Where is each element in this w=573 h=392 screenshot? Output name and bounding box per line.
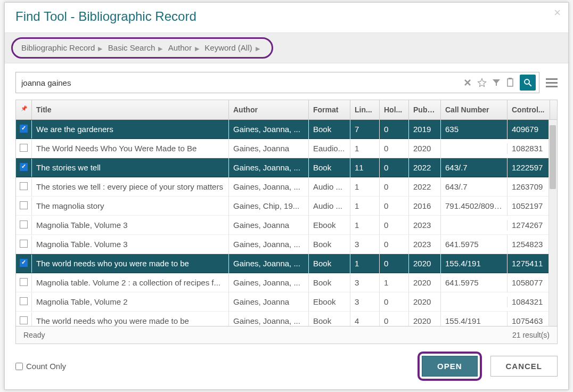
row-checkbox[interactable] bbox=[20, 259, 28, 267]
count-only-option[interactable]: Count Only bbox=[15, 362, 66, 371]
row-checkbox-cell[interactable] bbox=[16, 197, 32, 215]
chevron-right-icon: ▶ bbox=[158, 45, 162, 52]
crumb-author[interactable]: Author bbox=[168, 43, 192, 52]
cell-holds: 0 bbox=[380, 292, 409, 312]
clear-icon[interactable] bbox=[463, 78, 472, 87]
clipboard-icon[interactable] bbox=[506, 78, 514, 87]
table-body[interactable]: We are the gardenersGaines, Joanna, ...B… bbox=[16, 120, 557, 326]
table-row[interactable]: Magnolia Table, Volume 2Gaines, JoannaEb… bbox=[16, 292, 557, 312]
star-icon[interactable] bbox=[477, 78, 487, 87]
table-row[interactable]: The World Needs Who You Were Made to BeG… bbox=[16, 139, 557, 158]
cell-pub: 2020 bbox=[409, 273, 441, 292]
status-bar: Ready 21 result(s) bbox=[16, 326, 557, 344]
table-row[interactable]: Magnolia table. Volume 2 : a collection … bbox=[16, 273, 557, 292]
col-author[interactable]: Author bbox=[229, 100, 309, 119]
row-checkbox[interactable] bbox=[20, 125, 28, 133]
col-format[interactable]: Format bbox=[309, 100, 350, 119]
table-row[interactable]: The world needs who you were made to beG… bbox=[16, 254, 557, 273]
row-checkbox-cell[interactable] bbox=[16, 255, 32, 273]
search-button[interactable] bbox=[520, 75, 536, 91]
row-checkbox[interactable] bbox=[20, 201, 28, 209]
row-checkbox-cell[interactable] bbox=[16, 140, 32, 158]
cell-linked: 11 bbox=[350, 158, 380, 177]
cell-control: 1222597 bbox=[507, 158, 550, 177]
col-pin[interactable]: 📌 bbox=[16, 100, 32, 119]
close-icon[interactable]: × bbox=[554, 6, 561, 20]
cell-pub: 2020 bbox=[409, 311, 441, 326]
cell-author: Gaines, Joanna, ... bbox=[229, 311, 309, 326]
col-control[interactable]: Control... bbox=[507, 100, 550, 119]
svg-rect-0 bbox=[507, 79, 513, 86]
crumb-biblio[interactable]: Bibliographic Record bbox=[21, 43, 95, 52]
cell-call: 155.4/191 bbox=[441, 311, 507, 326]
row-checkbox[interactable] bbox=[20, 278, 28, 286]
table-row[interactable]: We are the gardenersGaines, Joanna, ...B… bbox=[16, 120, 557, 139]
row-checkbox[interactable] bbox=[20, 220, 28, 228]
cell-author: Gaines, Joanna, ... bbox=[229, 158, 309, 177]
count-only-label: Count Only bbox=[26, 362, 66, 371]
cell-holds: 1 bbox=[380, 273, 409, 292]
col-title[interactable]: Title bbox=[32, 100, 229, 119]
chevron-right-icon: ▶ bbox=[98, 45, 102, 52]
table-row[interactable]: The world needs who you were made to beG… bbox=[16, 312, 557, 326]
cell-pub: 2022 bbox=[409, 177, 441, 197]
search-input[interactable] bbox=[21, 78, 463, 87]
cell-format: Ebook bbox=[309, 292, 350, 312]
row-checkbox-cell[interactable] bbox=[16, 235, 32, 254]
cell-holds: 0 bbox=[380, 138, 409, 158]
row-checkbox-cell[interactable] bbox=[16, 159, 32, 177]
cell-author: Gaines, Joanna bbox=[229, 292, 309, 312]
row-checkbox-cell[interactable] bbox=[16, 274, 32, 292]
cell-format: Ebook bbox=[309, 215, 350, 235]
row-checkbox-cell[interactable] bbox=[16, 178, 32, 196]
row-checkbox[interactable] bbox=[20, 297, 28, 305]
svg-rect-1 bbox=[509, 78, 512, 79]
row-checkbox[interactable] bbox=[20, 240, 28, 248]
crumb-basic[interactable]: Basic Search bbox=[108, 43, 155, 52]
col-holds[interactable]: Hol... bbox=[380, 100, 409, 119]
table-row[interactable]: Magnolia Table. Volume 3Gaines, Joanna, … bbox=[16, 235, 557, 254]
crumb-keyword[interactable]: Keyword (All) bbox=[204, 43, 252, 52]
row-checkbox[interactable] bbox=[20, 316, 28, 324]
cell-call: 643/.7 bbox=[441, 158, 507, 177]
results-table: 📌 Title Author Format Lin... Hol... Publ… bbox=[15, 100, 558, 344]
search-box bbox=[15, 72, 539, 93]
row-checkbox-cell[interactable] bbox=[16, 293, 32, 311]
pin-icon: 📌 bbox=[21, 105, 27, 111]
row-checkbox[interactable] bbox=[20, 163, 28, 171]
cell-format: Audio ... bbox=[309, 196, 350, 216]
col-linked[interactable]: Lin... bbox=[350, 100, 380, 119]
row-checkbox-cell[interactable] bbox=[16, 312, 32, 326]
cell-title: The world needs who you were made to be bbox=[32, 311, 229, 326]
scrollbar-thumb[interactable] bbox=[550, 125, 556, 189]
row-checkbox[interactable] bbox=[20, 182, 28, 190]
cell-call: 643/.7 bbox=[441, 177, 507, 197]
table-row[interactable]: The stories we tell : every piece of you… bbox=[16, 177, 557, 197]
scrollbar[interactable] bbox=[549, 120, 557, 326]
open-button[interactable]: OPEN bbox=[422, 356, 478, 377]
cell-pub: 2020 bbox=[409, 138, 441, 158]
cell-call bbox=[441, 297, 507, 307]
count-only-checkbox[interactable] bbox=[15, 363, 23, 370]
find-tool-dialog: × Find Tool - Bibliographic Record Bibli… bbox=[4, 2, 569, 390]
cell-control: 1263709 bbox=[507, 177, 550, 197]
table-row[interactable]: The stories we tellGaines, Joanna, ...Bo… bbox=[16, 158, 557, 177]
cell-holds: 0 bbox=[380, 120, 409, 139]
row-checkbox-cell[interactable] bbox=[16, 120, 32, 138]
cell-control: 1075463 bbox=[507, 311, 550, 326]
cell-author: Gaines, Joanna, ... bbox=[229, 120, 309, 139]
row-checkbox[interactable] bbox=[20, 144, 28, 152]
col-call[interactable]: Call Number bbox=[441, 100, 507, 119]
cell-call: 641.5975 bbox=[441, 273, 507, 292]
col-pub[interactable]: Publi... bbox=[409, 100, 441, 119]
cell-linked: 4 bbox=[350, 311, 380, 326]
table-header: 📌 Title Author Format Lin... Hol... Publ… bbox=[16, 100, 557, 120]
cell-author: Gaines, Chip, 19... bbox=[229, 196, 309, 216]
table-row[interactable]: Magnolia Table, Volume 3Gaines, JoannaEb… bbox=[16, 216, 557, 235]
cancel-button[interactable]: CANCEL bbox=[490, 356, 558, 377]
filter-icon[interactable] bbox=[492, 78, 501, 87]
menu-icon[interactable] bbox=[546, 78, 558, 87]
row-checkbox-cell[interactable] bbox=[16, 216, 32, 234]
cell-pub: 2020 bbox=[409, 292, 441, 312]
table-row[interactable]: The magnolia storyGaines, Chip, 19...Aud… bbox=[16, 197, 557, 216]
